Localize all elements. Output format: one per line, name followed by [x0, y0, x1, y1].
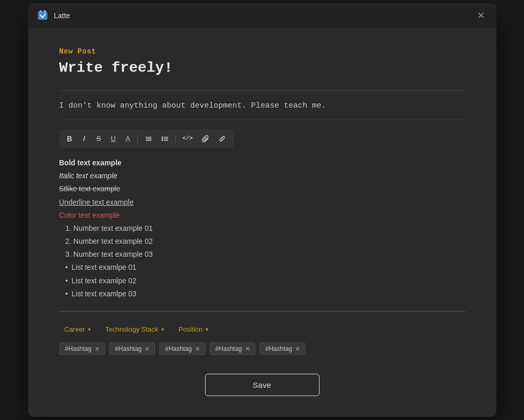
position-dropdown-arrow: ▼ — [205, 327, 209, 332]
font-color-button[interactable]: A — [122, 133, 134, 145]
svg-rect-1 — [40, 10, 42, 12]
svg-point-8 — [161, 138, 163, 139]
editor-intro-text[interactable]: I don't know anything about development.… — [59, 101, 465, 120]
hashtag-remove-4[interactable]: ✕ — [245, 346, 250, 352]
hashtag-label: #Hashtag — [215, 345, 242, 352]
svg-rect-2 — [44, 10, 46, 12]
hashtag-chip-2[interactable]: #Hashtag ✕ — [109, 343, 155, 355]
underline-text-example: Underline text example — [59, 196, 465, 209]
hashtag-remove-3[interactable]: ✕ — [195, 346, 200, 352]
formatted-content: Bold text example Italic text example St… — [59, 156, 465, 300]
save-button[interactable]: Save — [205, 374, 319, 396]
career-dropdown-arrow: ▼ — [87, 327, 92, 332]
hashtag-chip-5[interactable]: #Hashtag ✕ — [260, 343, 305, 355]
bold-button[interactable]: B — [63, 133, 76, 145]
category-tab-career-label: Career — [65, 325, 85, 333]
tags-section: Career ▼ Technology Stack ▼ Position ▼ #… — [59, 311, 465, 355]
strike-text-example: Stlike text example — [59, 182, 465, 195]
link-button[interactable] — [215, 133, 229, 145]
hashtag-remove-1[interactable]: ✕ — [95, 346, 99, 352]
post-title: Write freely! — [59, 60, 465, 76]
list-item: 3. Number text example 03 — [66, 248, 465, 261]
close-button[interactable]: ✕ — [474, 10, 488, 21]
new-post-label: New Post — [59, 47, 465, 56]
hashtag-chip-4[interactable]: #Hashtag ✕ — [210, 343, 255, 355]
svg-point-7 — [161, 136, 163, 138]
bullet-list: List text examlpe 01 List text examlpe 0… — [59, 261, 465, 300]
strikethrough-button[interactable]: S — [93, 133, 105, 145]
list-item: List text examlpe 01 — [66, 261, 465, 274]
attachment-button[interactable] — [198, 133, 213, 145]
numbered-list: 1. Number text example 01 2. Number text… — [59, 222, 465, 261]
italic-text-example: Italic text example — [59, 169, 465, 182]
unordered-list-button[interactable] — [158, 133, 172, 145]
bold-text-example: Bold text example — [59, 156, 465, 169]
category-tab-career[interactable]: Career ▼ — [59, 323, 97, 335]
toolbar-divider-1 — [137, 135, 138, 143]
underline-button[interactable]: U — [107, 133, 120, 145]
hashtag-label: #Hashtag — [265, 345, 292, 352]
hashtag-remove-5[interactable]: ✕ — [295, 346, 300, 352]
hashtag-chip-3[interactable]: #Hashtag ✕ — [159, 343, 205, 355]
svg-rect-0 — [38, 11, 47, 20]
svg-point-9 — [161, 139, 163, 141]
save-section: Save — [59, 374, 465, 396]
italic-button[interactable]: I — [78, 133, 91, 145]
list-item: List text examlpe 03 — [66, 287, 465, 300]
code-button[interactable]: </> — [179, 133, 197, 145]
color-text-example: Color text example — [59, 209, 465, 222]
toolbar-divider-2 — [175, 135, 176, 143]
modal-body: New Post Write freely! I don't know anyt… — [28, 29, 496, 417]
formatting-toolbar: B I S U A 1. — [59, 129, 234, 148]
hashtag-remove-2[interactable]: ✕ — [145, 346, 149, 352]
list-item: List text examlpe 02 — [66, 274, 465, 287]
techstack-dropdown-arrow: ▼ — [160, 327, 165, 332]
category-tab-position-label: Position — [178, 325, 202, 333]
titlebar-left: Latte — [36, 9, 70, 22]
list-item: 2. Number text example 02 — [66, 235, 465, 248]
hashtag-list: #Hashtag ✕ #Hashtag ✕ #Hashtag ✕ #Hashta… — [59, 343, 465, 355]
modal-window: Latte ✕ New Post Write freely! I don't k… — [28, 3, 496, 417]
hashtag-label: #Hashtag — [165, 345, 191, 352]
category-tab-techstack-label: Technology Stack — [105, 325, 158, 333]
category-tabs: Career ▼ Technology Stack ▼ Position ▼ — [59, 323, 465, 335]
hashtag-label: #Hashtag — [115, 345, 142, 352]
app-title: Latte — [54, 11, 70, 20]
editor-area: I don't know anything about development.… — [59, 90, 465, 311]
ordered-list-button[interactable]: 1. — [141, 133, 156, 145]
category-tab-techstack[interactable]: Technology Stack ▼ — [100, 323, 170, 335]
app-icon — [36, 9, 49, 22]
hashtag-chip-1[interactable]: #Hashtag ✕ — [59, 343, 105, 355]
category-tab-position[interactable]: Position ▼ — [173, 323, 214, 335]
titlebar: Latte ✕ — [28, 3, 496, 29]
hashtag-label: #Hashtag — [65, 345, 92, 352]
list-item: 1. Number text example 01 — [66, 222, 465, 235]
